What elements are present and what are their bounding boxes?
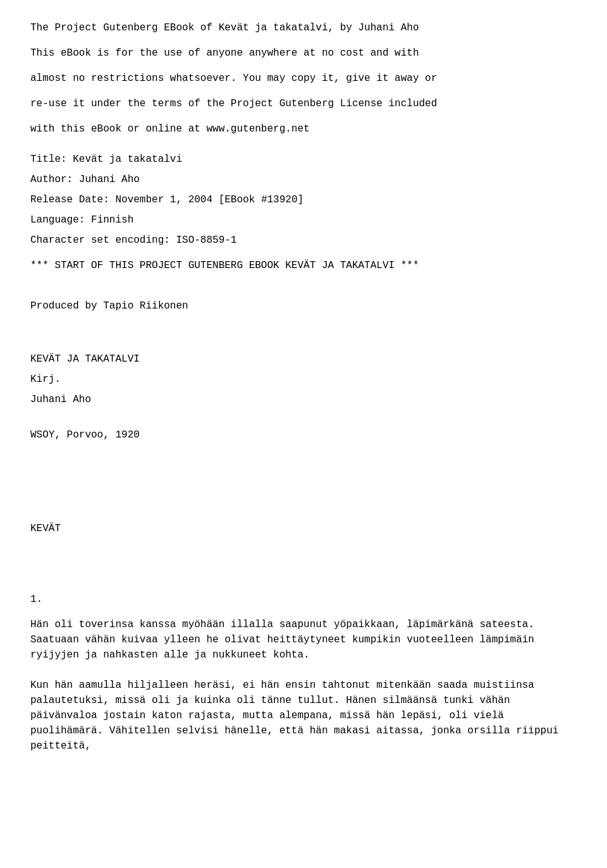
author-value: Juhani Aho (79, 174, 140, 185)
page-content: The Project Gutenberg EBook of Kevät ja … (30, 20, 577, 754)
language-value: Finnish (91, 214, 133, 226)
start-marker-section: *** START OF THIS PROJECT GUTENBERG EBOO… (30, 258, 577, 273)
metadata-language: Language: Finnish (30, 212, 577, 228)
author-label: Author: (30, 174, 73, 185)
book-paragraph1: Hän oli toverinsa kanssa myöhään illalla… (30, 617, 577, 663)
book-section-number: 1. (30, 592, 577, 607)
language-label: Language: (30, 214, 85, 226)
header-line4: re-use it under the terms of the Project… (30, 96, 577, 111)
book-paragraph2: Kun hän aamulla hiljalleen heräsi, ei hä… (30, 678, 577, 754)
book-author-prefix: Kirj. (30, 372, 577, 387)
metadata-section: Title: Kevät ja takatalvi Author: Juhani… (30, 152, 577, 248)
release-value: November 1, 2004 [EBook #13920] (115, 194, 304, 205)
header-line2: This eBook is for the use of anyone anyw… (30, 46, 577, 61)
header-line3: almost no restrictions whatsoever. You m… (30, 71, 577, 86)
produced-by-text: Produced by Tapio Riikonen (30, 298, 577, 314)
book-publisher: WSOY, Porvoo, 1920 (30, 427, 577, 443)
book-main-title: KEVÄT JA TAKATALVI (30, 351, 577, 367)
header-section: The Project Gutenberg EBook of Kevät ja … (30, 20, 577, 137)
charset-value: ISO-8859-1 (176, 235, 236, 246)
charset-label: Character set encoding: (30, 235, 170, 246)
title-value: Kevät ja takatalvi (73, 154, 182, 165)
metadata-title: Title: Kevät ja takatalvi (30, 152, 577, 167)
book-section: KEVÄT JA TAKATALVI Kirj. Juhani Aho WSOY… (30, 351, 577, 754)
metadata-release: Release Date: November 1, 2004 [EBook #1… (30, 192, 577, 207)
metadata-author: Author: Juhani Aho (30, 172, 577, 187)
start-marker-text: *** START OF THIS PROJECT GUTENBERG EBOO… (30, 258, 577, 273)
header-line5: with this eBook or online at www.gutenbe… (30, 121, 577, 137)
title-label: Title: (30, 154, 67, 165)
book-chapter-title: KEVÄT (30, 521, 577, 536)
release-label: Release Date: (30, 194, 109, 205)
metadata-charset: Character set encoding: ISO-8859-1 (30, 233, 577, 248)
header-line1: The Project Gutenberg EBook of Kevät ja … (30, 20, 577, 35)
produced-by-section: Produced by Tapio Riikonen (30, 298, 577, 314)
book-author: Juhani Aho (30, 392, 577, 407)
